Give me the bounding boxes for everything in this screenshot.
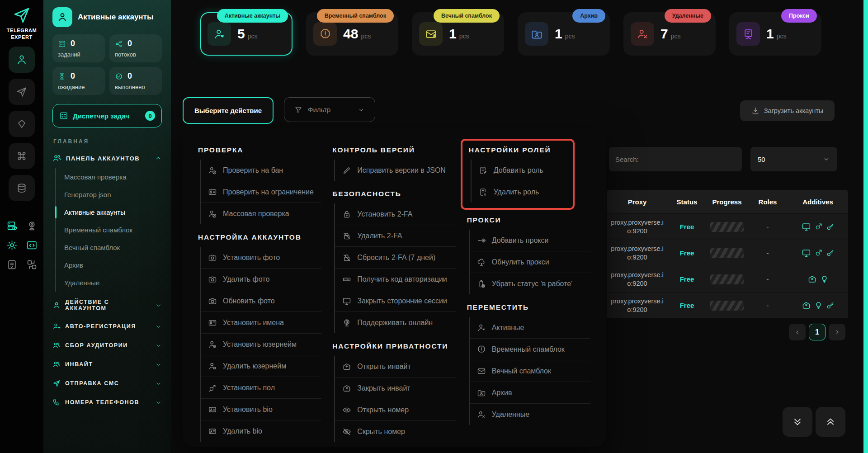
menu-item-set-2fa[interactable]: Установить 2-FA — [335, 203, 456, 225]
col-header-progress[interactable]: Progress — [706, 198, 748, 206]
mail-warning-icon — [419, 22, 443, 46]
rail-accounts-button[interactable] — [9, 47, 35, 73]
scroll-to-bottom-button[interactable] — [783, 407, 812, 437]
document-check-button[interactable] — [5, 259, 18, 270]
menu-item-check-ban[interactable]: Проверить на бан — [201, 160, 321, 181]
menu-item-set-username[interactable]: Установить юзернейм — [201, 334, 321, 355]
card-archive[interactable]: Архив 1pcs — [518, 12, 610, 56]
menu-item-remove-working-status[interactable]: Убрать статус 'в работе' — [470, 273, 590, 294]
table-search[interactable]: Search: — [609, 147, 742, 171]
rail-command-button[interactable] — [9, 143, 35, 169]
server-check-button[interactable] — [5, 220, 18, 231]
menu-item-fix-json-versions[interactable]: Исправить версии в JSON — [335, 160, 456, 181]
sidebar-item-perm-spamblock[interactable]: Вечный спамблок — [56, 239, 162, 256]
bulb-icon[interactable] — [814, 301, 823, 310]
rail-send-button[interactable] — [9, 79, 35, 105]
male-icon[interactable] — [814, 222, 823, 231]
menu-item-check-restriction[interactable]: Проверить на ограничение — [201, 181, 321, 203]
card-active-accounts[interactable]: Активные аккаунты 5pcs — [200, 12, 292, 56]
select-action-button[interactable]: Выберите действие — [183, 97, 274, 124]
nav-home-label[interactable]: ГЛАВНАЯ — [53, 138, 161, 145]
col-header-status[interactable]: Status — [668, 198, 706, 206]
menu-item-delete-username[interactable]: Удалить юзернейм — [201, 355, 321, 377]
scrollbar[interactable] — [863, 0, 868, 453]
menu-item-delete-bio[interactable]: Удалить bio — [201, 420, 321, 442]
sidebar-item-deleted[interactable]: Удаленные — [56, 274, 162, 292]
sidebar-item-mass-check[interactable]: Массовая проверка — [56, 168, 162, 186]
menu-item-add-proxy[interactable]: Добавить прокси — [470, 230, 590, 251]
menu-item-delete-role[interactable]: Удалить роль — [472, 181, 569, 203]
prev-page-button[interactable] — [789, 324, 806, 340]
menu-item-delete-photo[interactable]: Удалить фото — [201, 269, 321, 290]
menu-item-move-archive[interactable]: Архив — [470, 382, 590, 404]
monitor-icon[interactable] — [802, 248, 811, 258]
sidebar-item-audience-collection[interactable]: СБОР АУДИТОРИИ — [52, 336, 162, 355]
sidebar-item-invite[interactable]: ИНВАЙТ — [52, 355, 162, 374]
sidebar-item-temp-spamblock[interactable]: Временный спамблок — [56, 221, 162, 239]
menu-item-move-active[interactable]: Активные — [470, 317, 590, 339]
col-header-additives[interactable]: Additives — [788, 198, 848, 206]
menu-item-keep-online[interactable]: Поддерживать онлайн — [335, 312, 456, 333]
menu-item-get-auth-code[interactable]: Получить код авторизации — [335, 269, 456, 290]
menu-item-set-gender[interactable]: Установить пол — [201, 377, 321, 399]
menu-item-reset-2fa[interactable]: Сбросить 2-FA (7 дней) — [335, 247, 456, 269]
menu-item-move-perm-spamblock[interactable]: Вечный спамблок — [470, 360, 590, 382]
menu-item-hide-number[interactable]: Скрыть номер — [335, 421, 456, 442]
card-deleted[interactable]: Удаленные 7pcs — [623, 12, 716, 56]
key-icon[interactable] — [826, 249, 835, 257]
table-row[interactable]: proxy.proxyverse.io:9200 Free - — [607, 292, 848, 318]
card-proxy[interactable]: Прокси 1pcs — [729, 12, 821, 56]
male-icon[interactable] — [814, 249, 823, 257]
upload-accounts-button[interactable]: Загрузить аккаунты — [740, 100, 835, 121]
swap-button[interactable] — [25, 259, 38, 270]
card-temp-spamblock[interactable]: Временный спамблок 48pcs — [306, 12, 398, 56]
sidebar-item-accounts-panel[interactable]: ПАНЕЛЬ АККАУНТОВ — [52, 154, 162, 163]
sidebar-item-auto-registration[interactable]: АВТО-РЕГИСТРАЦИЯ — [52, 317, 162, 336]
menu-item-update-photo[interactable]: Обновить фото — [201, 290, 321, 312]
mail-x-icon[interactable] — [807, 274, 817, 284]
folder-user-icon — [525, 22, 548, 46]
menu-item-open-invite[interactable]: Открыть инвайт — [335, 356, 456, 378]
task-manager-button[interactable]: Диспетчер задач 0 — [52, 104, 162, 127]
menu-item-open-number[interactable]: Открыть номер — [335, 399, 456, 421]
menu-item-close-sessions[interactable]: Закрыть сторонние сессии — [335, 290, 456, 312]
search-input[interactable] — [642, 155, 736, 164]
key-icon[interactable] — [826, 222, 835, 231]
col-header-roles[interactable]: Roles — [748, 198, 788, 206]
sidebar-item-sms-sending[interactable]: ОТПРАВКА СМС — [52, 374, 162, 393]
menu-item-set-bio[interactable]: Установить bio — [201, 399, 321, 420]
table-row[interactable]: proxy.proxyverse.io:9200 Free - — [607, 240, 848, 266]
menu-item-mass-check[interactable]: Массовая проверка — [201, 203, 321, 224]
card-perm-spamblock[interactable]: Вечный спамблок 1pcs — [412, 12, 504, 56]
filter-button[interactable]: Фильтр — [284, 97, 375, 122]
code-window-button[interactable] — [25, 240, 38, 251]
table-row[interactable]: proxy.proxyverse.io:9200 Free - — [607, 213, 848, 240]
page-size-select[interactable]: 50 — [750, 147, 837, 171]
sidebar-item-phone-numbers[interactable]: НОМЕРА ТЕЛЕФОНОВ — [52, 393, 162, 412]
table-row[interactable]: proxy.proxyverse.io:9200 Free - — [607, 266, 848, 292]
menu-item-reset-proxy[interactable]: Обнулить прокси — [470, 251, 590, 273]
key-icon[interactable] — [826, 301, 835, 310]
menu-item-close-invite[interactable]: Закрыть инвайт — [335, 378, 456, 399]
menu-item-move-temp-spamblock[interactable]: Временный спамблок — [470, 339, 590, 360]
menu-item-set-photo[interactable]: Установить фото — [201, 247, 321, 269]
mail-x-icon[interactable] — [802, 301, 811, 310]
next-page-button[interactable] — [829, 324, 845, 340]
scroll-to-top-button[interactable] — [816, 407, 845, 437]
sidebar-item-active-accounts[interactable]: Активные аккаунты — [56, 203, 162, 221]
rail-premium-button[interactable] — [9, 111, 35, 137]
menu-item-add-role[interactable]: Добавить роль — [472, 160, 569, 181]
menu-item-delete-2fa[interactable]: Удалить 2-FA — [335, 225, 456, 247]
bulb-icon[interactable] — [820, 275, 829, 283]
sidebar-item-archive[interactable]: Архив — [56, 256, 162, 274]
webcam-button[interactable] — [25, 220, 38, 231]
monitor-icon[interactable] — [802, 222, 811, 231]
settings-button[interactable] — [5, 240, 18, 251]
col-header-proxy[interactable]: Proxy — [607, 198, 668, 206]
menu-item-move-deleted[interactable]: Удаленные — [470, 404, 590, 425]
sidebar-item-account-actions[interactable]: ДЕЙСТВИЕ С АККАУНТОМ — [52, 293, 162, 317]
sidebar-item-json-generator[interactable]: Генератор json — [56, 186, 162, 203]
current-page[interactable]: 1 — [809, 324, 826, 340]
menu-item-set-names[interactable]: Установить имена — [201, 312, 321, 334]
rail-database-button[interactable] — [9, 175, 35, 201]
